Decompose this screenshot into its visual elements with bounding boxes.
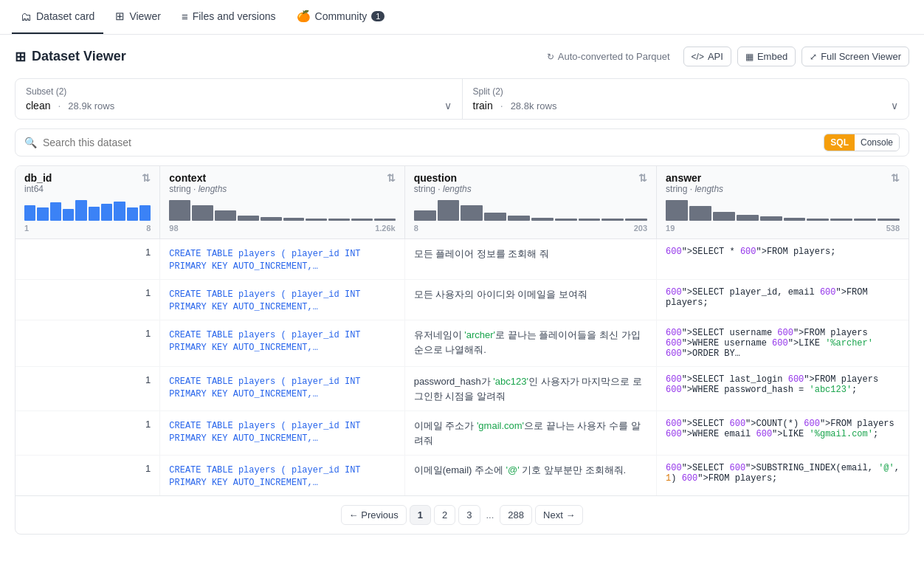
search-bar: 🔍 SQL Console [15,128,909,157]
sort-icon-context[interactable]: ⇅ [387,172,396,184]
subset-rows: 28.9k rows [68,100,114,111]
prev-page-btn[interactable]: ← Previous [341,505,407,525]
range-answer: 19 538 [666,224,900,233]
page-dots: ... [483,506,497,524]
sort-icon-question[interactable]: ⇅ [638,172,647,184]
tab-dataset-card[interactable]: 🗂 Dataset card [12,0,103,34]
subset-chevron-icon[interactable]: ∨ [444,100,452,111]
tab-dataset-card-label: Dataset card [36,10,94,22]
sql-console-btn[interactable]: SQL Console [824,134,900,151]
embed-btn[interactable]: ▦ Embed [737,47,796,66]
cell-context-1: CREATE TABLE players ( player_id INT PRI… [160,280,404,320]
table-row: 1CREATE TABLE players ( player_id INT PR… [15,411,909,456]
tab-files-and-versions[interactable]: ≡ Files and versions [173,0,285,34]
data-table: db_id ⇅ int64 1 8 [15,166,909,495]
cell-db_id-5: 1 [15,456,160,496]
sort-icon-answer[interactable]: ⇅ [891,172,900,184]
chart-context [169,199,395,221]
cell-answer-3: 600">SELECT last_login 600">FROM players… [657,367,909,411]
tab-viewer-label: Viewer [129,10,161,22]
cell-db_id-4: 1 [15,411,160,456]
cell-context-4: CREATE TABLE players ( player_id INT PRI… [160,411,404,456]
col-name-answer: answer [666,172,701,184]
fullscreen-btn[interactable]: ⤢ Full Screen Viewer [801,47,909,66]
console-label[interactable]: Console [855,134,899,151]
page-1-btn[interactable]: 1 [410,505,431,525]
embed-label: Embed [757,51,787,62]
search-icon: 🔍 [24,137,37,148]
range-max-answer: 538 [886,224,900,233]
community-badge: 1 [371,11,385,21]
viewer-title: ⊞ Dataset Viewer [15,49,126,65]
range-min-question: 8 [414,224,418,233]
cell-context-3: CREATE TABLE players ( player_id INT PRI… [160,367,404,411]
top-nav: 🗂 Dataset card ⊞ Viewer ≡ Files and vers… [0,0,924,35]
api-label: API [708,51,723,62]
page-3-btn[interactable]: 3 [458,505,480,525]
split-chevron-icon[interactable]: ∨ [891,100,898,111]
cell-answer-4: 600">SELECT 600">COUNT(*) 600">FROM play… [657,411,909,456]
pagination: ← Previous 1 2 3 ... 288 Next → [15,495,909,534]
auto-converted-btn[interactable]: ↻ Auto-converted to Parquet [539,47,678,66]
fullscreen-label: Full Screen Viewer [821,51,901,62]
split-dot: · [500,100,503,111]
api-btn[interactable]: </> API [683,47,731,66]
cell-answer-1: 600">SELECT player_id, email 600">FROM p… [657,280,909,320]
split-label: Split (2) [473,86,899,97]
table-scroll-wrapper[interactable]: db_id ⇅ int64 1 8 [15,166,909,495]
col-type-answer: string · lengths [666,184,900,194]
table-header-row: db_id ⇅ int64 1 8 [15,166,909,239]
viewer-title-text: Dataset Viewer [32,49,126,64]
col-type-question: string · lengths [414,184,647,194]
cell-question-2: 유저네임이 'archer'로 끝나는 플레이어들을 최신 가입 순으로 나열해… [404,320,656,367]
cell-question-0: 모든 플레이어 정보를 조회해 줘 [404,239,656,280]
tab-community[interactable]: 🍊 Community 1 [288,0,394,34]
sort-icon-db_id[interactable]: ⇅ [142,172,151,184]
code-icon: </> [692,52,704,62]
cell-question-5: 이메일(email) 주소에 '@' 기호 앞부분만 조회해줘. [404,456,656,496]
split-section[interactable]: Split (2) train · 28.8k rows ∨ [463,79,909,119]
range-min-answer: 19 [666,224,675,233]
table-icon: ⊞ [15,49,26,65]
table-row: 1CREATE TABLE players ( player_id INT PR… [15,320,909,367]
cell-db_id-2: 1 [15,320,160,367]
split-name: train [473,100,493,111]
cell-answer-2: 600">SELECT username 600">FROM players 6… [657,320,909,367]
col-type-db_id: int64 [24,184,151,194]
split-rows: 28.8k rows [511,100,557,111]
range-min-db_id: 1 [24,224,29,233]
community-icon: 🍊 [297,10,311,23]
range-max-db_id: 8 [146,224,151,233]
dataset-card-icon: 🗂 [21,10,32,23]
viewer-icon: ⊞ [115,10,125,23]
subset-value: clean · 28.9k rows ∨ [26,100,452,111]
refresh-icon: ↻ [547,52,554,62]
subset-section[interactable]: Subset (2) clean · 28.9k rows ∨ [15,79,463,119]
cell-question-4: 이메일 주소가 'gmail.com'으로 끝나는 사용자 수를 알려줘 [404,411,656,456]
cell-db_id-3: 1 [15,367,160,411]
page-288-btn[interactable]: 288 [500,505,532,525]
cell-context-0: CREATE TABLE players ( player_id INT PRI… [160,239,404,280]
page-2-btn[interactable]: 2 [434,505,455,525]
chart-answer [666,199,900,221]
tab-community-label: Community [315,10,368,22]
tab-files-label: Files and versions [193,10,276,22]
cell-db_id-1: 1 [15,280,160,320]
data-table-container: db_id ⇅ int64 1 8 [15,165,909,535]
auto-converted-label: Auto-converted to Parquet [558,51,670,62]
range-min-context: 98 [169,224,178,233]
col-type-context: string · lengths [169,184,395,194]
tab-viewer[interactable]: ⊞ Viewer [106,0,170,34]
range-question: 8 203 [414,224,647,233]
next-page-btn[interactable]: Next → [535,505,583,525]
col-header-db_id: db_id ⇅ int64 1 8 [15,166,160,239]
split-value-text: train · 28.8k rows [473,100,557,111]
table-row: 1CREATE TABLE players ( player_id INT PR… [15,239,909,280]
range-context: 98 1.26k [169,224,395,233]
chart-question [414,199,647,221]
subset-dot: · [58,100,61,111]
search-input[interactable] [43,137,818,148]
table-row: 1CREATE TABLE players ( player_id INT PR… [15,280,909,320]
sql-label: SQL [824,134,855,151]
cell-context-2: CREATE TABLE players ( player_id INT PRI… [160,320,404,367]
